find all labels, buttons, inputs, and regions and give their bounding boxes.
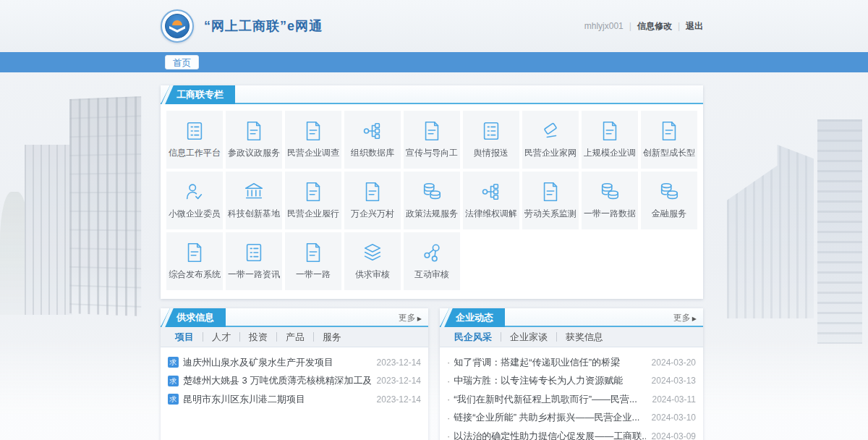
app-tile[interactable]: 政策法规服务... — [404, 172, 460, 229]
layers-icon — [362, 242, 383, 263]
app-tile-label: 劳动关系监测 — [524, 208, 576, 220]
site-title: “网上工商联”e网通 — [204, 17, 323, 35]
item-date: 2024-03-20 — [652, 358, 696, 368]
tab-news_panel-0[interactable]: 民企风采 — [446, 332, 501, 342]
item-title: 以法治的确定性助力提信心促发展——工商联... — [454, 430, 645, 440]
tab-supply_panel-2[interactable]: 投资 — [240, 332, 277, 342]
username: mhlyjx001 — [584, 21, 624, 31]
gavel-icon — [540, 120, 561, 142]
bullet-dot: · — [447, 357, 450, 368]
user-area: mhlyjx001 | 信息修改 | 退出 — [584, 0, 703, 52]
person-check-icon — [184, 181, 205, 203]
doc-icon — [302, 181, 324, 203]
item-title: 链接“企业所能” 共助乡村振兴——民营企业... — [454, 411, 645, 424]
edit-info-link[interactable]: 信息修改 — [637, 20, 672, 33]
supply-more-link[interactable]: 更多▶ — [399, 308, 422, 329]
app-tile-label: 参政议政服务 — [228, 147, 280, 159]
list-item[interactable]: ·中瑞方胜：以专注铸专长为人力资源赋能2024-03-13 — [447, 372, 696, 391]
orgchart-icon — [362, 120, 383, 142]
app-tile[interactable]: 小微企业委员... — [166, 172, 223, 229]
app-tile[interactable]: 互动审核 — [404, 232, 460, 290]
app-tile[interactable]: 民营企业调查 — [285, 111, 341, 169]
app-tile-label: 上规模企业调查 — [584, 147, 636, 159]
app-tile-label: 综合发布系统 — [169, 268, 221, 281]
app-tile[interactable]: 舆情报送 — [463, 111, 519, 169]
app-tile-label: 组织数据库 — [351, 147, 394, 159]
app-tile-label: 民营企业履行... — [287, 208, 339, 220]
item-title: 中瑞方胜：以专注铸专长为人力资源赋能 — [454, 374, 645, 387]
list-item[interactable]: ·链接“企业所能” 共助乡村振兴——民营企业...2024-03-10 — [447, 409, 696, 428]
tab-supply_panel-0[interactable]: 项目 — [166, 332, 203, 342]
app-tile[interactable]: 上规模企业调查 — [582, 111, 638, 169]
tab-supply_panel-3[interactable]: 产品 — [277, 332, 314, 342]
doc-icon — [421, 120, 443, 142]
nav-tab-home[interactable]: 首页 — [165, 55, 199, 69]
list-icon — [184, 120, 205, 142]
supply-panel: 供求信息 更多▶ 项目人才投资产品服务 求迪庆州山泉水及矿泉水生产开发项目202… — [161, 308, 428, 440]
list-item[interactable]: 求迪庆州山泉水及矿泉水生产开发项目2023-12-14 — [168, 353, 421, 372]
app-tile-label: 万企兴万村 — [351, 208, 394, 220]
bank-icon — [243, 181, 265, 203]
app-tile[interactable]: 一带一路资讯库 — [226, 232, 282, 290]
item-date: 2024-03-13 — [652, 376, 696, 386]
item-date: 2024-03-09 — [652, 431, 696, 440]
apps-panel-title: 工商联专栏 — [161, 85, 235, 104]
list-item[interactable]: ·以法治的确定性助力提信心促发展——工商联...2024-03-09 — [447, 427, 696, 440]
app-tile[interactable]: 一带一路 — [285, 232, 341, 290]
item-date: 2023-12-14 — [377, 358, 421, 368]
news-list: ·知了背调：搭建起“传递职业信任”的桥梁2024-03-20·中瑞方胜：以专注铸… — [440, 347, 703, 440]
app-tile[interactable]: 法律维权调解... — [463, 172, 519, 229]
item-date: 2023-12-14 — [377, 376, 421, 386]
app-tile[interactable]: 宣传与导向工... — [404, 111, 460, 169]
apps-panel: 工商联专栏 信息工作平台参政议政服务民营企业调查组织数据库宣传与导向工...舆情… — [161, 85, 703, 299]
app-tile[interactable]: 科技创新基地 — [226, 172, 282, 229]
list-item[interactable]: ·知了背调：搭建起“传递职业信任”的桥梁2024-03-20 — [447, 353, 696, 372]
item-title: “我们在新时代新征程上凯歌而行”——民营... — [454, 393, 646, 406]
app-tile[interactable]: 综合发布系统 — [166, 232, 223, 290]
app-tile-label: 一带一路资讯库 — [228, 268, 280, 281]
app-tile-label: 金融服务 — [652, 208, 686, 220]
item-title: 楚雄州大姚县 3 万吨优质薄壳核桃精深加工及科... — [183, 374, 371, 387]
top-header: “网上工商联”e网通 mhlyjx001 | 信息修改 | 退出 — [0, 0, 868, 52]
list-item[interactable]: ·“我们在新时代新征程上凯歌而行”——民营...2024-03-11 — [447, 390, 696, 409]
app-tile-label: 创新型成长型... — [643, 147, 695, 159]
app-tile[interactable]: 万企兴万村 — [344, 172, 401, 229]
app-tile[interactable]: 创新型成长型... — [641, 111, 697, 169]
logout-link[interactable]: 退出 — [686, 20, 703, 33]
supply-list: 求迪庆州山泉水及矿泉水生产开发项目2023-12-14求楚雄州大姚县 3 万吨优… — [161, 347, 428, 409]
doc-icon — [658, 120, 680, 142]
news-panel-title: 企业动态 — [440, 308, 505, 327]
app-tile[interactable]: 民营企业家网... — [522, 111, 579, 169]
app-tile[interactable]: 劳动关系监测 — [522, 172, 579, 229]
news-more-link[interactable]: 更多▶ — [673, 308, 697, 329]
news-panel-header: 企业动态 更多▶ — [440, 308, 703, 327]
app-tile-label: 法律维权调解... — [465, 208, 517, 220]
tab-news_panel-1[interactable]: 企业家谈 — [501, 332, 557, 342]
tab-supply_panel-4[interactable]: 服务 — [314, 332, 350, 342]
list-item[interactable]: 求昆明市东川区东川港二期项目2023-12-14 — [168, 390, 421, 409]
app-tile-label: 民营企业家网... — [524, 147, 576, 159]
orgchart-icon — [480, 181, 502, 203]
tab-supply_panel-1[interactable]: 人才 — [203, 332, 240, 342]
demand-badge: 求 — [168, 376, 179, 386]
app-tile[interactable]: 金融服务 — [641, 172, 697, 229]
app-tile[interactable]: 信息工作平台 — [166, 111, 223, 169]
background-skyline-right — [705, 119, 868, 365]
tab-news_panel-2[interactable]: 获奖信息 — [557, 332, 612, 342]
apps-grid: 信息工作平台参政议政服务民营企业调查组织数据库宣传与导向工...舆情报送民营企业… — [161, 104, 703, 299]
item-title: 昆明市东川区东川港二期项目 — [183, 393, 371, 406]
app-tile[interactable]: 供求审核 — [344, 232, 401, 290]
app-tile[interactable]: 民营企业履行... — [285, 172, 341, 229]
main-navbar: 首页 — [0, 52, 868, 72]
app-tile-label: 科技创新基地 — [228, 208, 280, 220]
doc-icon — [599, 120, 621, 142]
bullet-dot: · — [447, 394, 450, 405]
doc-icon — [302, 120, 324, 142]
item-title: 迪庆州山泉水及矿泉水生产开发项目 — [183, 356, 371, 369]
app-tile[interactable]: 组织数据库 — [344, 111, 401, 169]
app-tile[interactable]: 参政议政服务 — [226, 111, 282, 169]
item-date: 2024-03-10 — [652, 412, 696, 423]
news-panel: 企业动态 更多▶ 民企风采企业家谈获奖信息 ·知了背调：搭建起“传递职业信任”的… — [440, 308, 703, 440]
app-tile[interactable]: 一带一路数据库 — [582, 172, 638, 229]
list-item[interactable]: 求楚雄州大姚县 3 万吨优质薄壳核桃精深加工及科...2023-12-14 — [168, 372, 421, 391]
